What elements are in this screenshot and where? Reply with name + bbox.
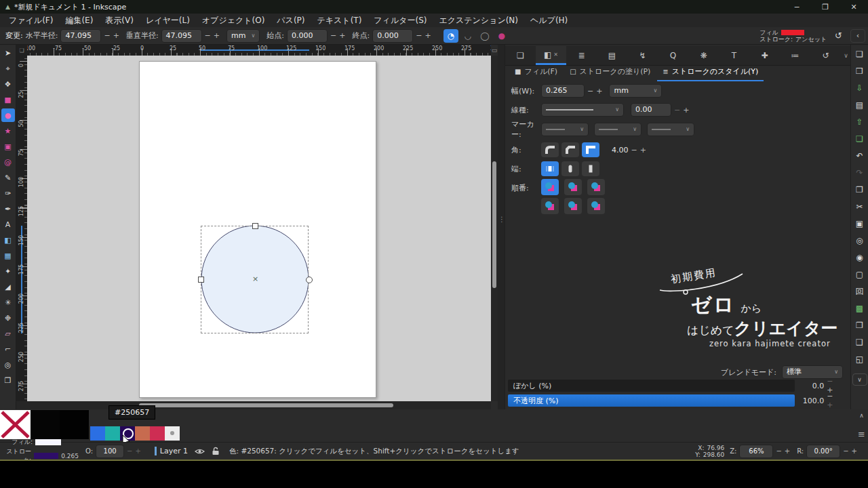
black-swatch[interactable] — [31, 410, 60, 439]
tab-find[interactable]: Q✕ — [658, 46, 688, 65]
paint-bucket-tool[interactable]: ◢ — [1, 280, 15, 293]
layer-select[interactable]: Layer 1 — [160, 447, 188, 455]
black-swatch[interactable] — [60, 410, 89, 439]
clone-button[interactable]: ❐ — [853, 319, 867, 332]
ry-minus-button[interactable]: − — [205, 31, 214, 40]
paint-order-3-button[interactable] — [587, 179, 605, 195]
miter-limit-input[interactable]: 4.00 — [612, 146, 629, 155]
end-plus-button[interactable]: + — [425, 31, 433, 40]
width-unit-select[interactable]: mm∨ — [609, 84, 662, 98]
arc-chord-button[interactable]: ◯ — [477, 29, 492, 43]
unit-select[interactable]: mm∨ — [226, 29, 260, 43]
duplicate-button[interactable]: ▩ — [853, 302, 867, 315]
undo-button[interactable]: ↶ — [853, 149, 867, 163]
rectangle-tool[interactable]: ■ — [1, 93, 15, 106]
dash-plus-button[interactable]: + — [683, 106, 692, 115]
menu-item[interactable]: オブジェクト(O) — [196, 14, 271, 27]
rotate-ccw-button[interactable]: − — [843, 447, 851, 455]
menu-item[interactable]: 編集(E) — [59, 14, 99, 27]
vertical-ruler[interactable]: 0255075100125150175200225250275 — [16, 56, 27, 401]
new-document-button[interactable]: ❏ — [853, 47, 867, 61]
palette-scroll-up-icon[interactable]: ∧ — [859, 412, 864, 419]
teal-swatch[interactable] — [105, 426, 120, 441]
tab-symbols[interactable]: ❋✕ — [688, 46, 719, 65]
zoom-selection-button[interactable]: ◎ — [853, 234, 867, 247]
paint-order-6-button[interactable] — [587, 198, 605, 214]
zoom-tool[interactable]: ◎ — [1, 358, 15, 371]
opacity-slider[interactable]: 不透明度 (%) — [508, 394, 795, 407]
opacity-inc-button[interactable]: + — [135, 447, 143, 455]
hscroll-thumb[interactable] — [139, 403, 393, 407]
tab-fill[interactable]: ■フィル(F) — [509, 64, 563, 81]
collapse-toolbar-button[interactable]: ‹ — [850, 29, 865, 43]
group-button[interactable]: ◱ — [853, 352, 867, 366]
menu-item[interactable]: エクステンション(N) — [433, 14, 524, 27]
end-minus-button[interactable]: − — [416, 31, 425, 40]
fill-color-chip[interactable] — [35, 439, 61, 445]
white-swatch[interactable] — [165, 426, 180, 441]
calligraphy-tool[interactable]: ✒ — [1, 202, 15, 216]
maximize-button[interactable]: ❐ — [811, 0, 840, 14]
opacity-value[interactable]: 100.0 — [795, 396, 824, 405]
dash-minus-button[interactable]: − — [674, 106, 683, 115]
layer-visibility-icon[interactable] — [195, 447, 205, 455]
dash-pattern-select[interactable]: ∨ — [541, 103, 624, 117]
menu-item[interactable]: パス(P) — [271, 14, 311, 27]
start-input[interactable]: 0.000 — [287, 29, 328, 43]
dock-overflow-button[interactable]: ∨ — [841, 46, 851, 65]
tab-stroke-style[interactable]: ≣ストロークのスタイル(Y) — [657, 64, 764, 81]
canvas[interactable]: × — [27, 56, 491, 401]
paint-order-5-button[interactable] — [564, 198, 582, 214]
make-whole-button[interactable]: ● — [494, 29, 509, 43]
blur-minus-button[interactable]: − — [827, 377, 835, 386]
zoom-input[interactable]: 66% — [739, 445, 773, 458]
node-tool[interactable]: ⌖ — [1, 62, 15, 75]
rotation-input[interactable]: 0.00° — [806, 445, 840, 458]
tab-stroke-paint[interactable]: □ストロークの塗り(P) — [564, 64, 656, 81]
vscroll-thumb[interactable] — [492, 161, 496, 288]
opacity-dec-button[interactable]: − — [127, 447, 135, 455]
print-button[interactable]: ▤ — [853, 98, 867, 112]
cap-butt-button[interactable] — [541, 161, 559, 176]
blur-value[interactable]: 0.0 — [795, 382, 824, 390]
import-button[interactable]: ⇩ — [853, 81, 867, 95]
zoom-out-button[interactable]: − — [776, 447, 784, 455]
join-round-button[interactable] — [541, 142, 559, 157]
ry-handle[interactable] — [252, 223, 258, 229]
tab-layers[interactable]: ≣✕ — [566, 46, 597, 65]
tab-objects[interactable]: ▤✕ — [597, 46, 627, 65]
tab-align[interactable]: ≔✕ — [780, 46, 810, 65]
miter-plus-button[interactable]: + — [640, 146, 649, 155]
tab-extensions[interactable]: ✚✕ — [749, 46, 780, 65]
dropper-tool[interactable]: ✦ — [1, 264, 15, 278]
close-button[interactable]: ✕ — [840, 0, 868, 14]
palette-menu-icon[interactable]: ≡ — [858, 429, 865, 439]
salmon-swatch[interactable] — [135, 426, 150, 441]
marker-start-select[interactable]: ∨ — [541, 123, 589, 136]
arc-open-button[interactable]: ◡ — [460, 29, 475, 43]
menu-item[interactable]: テキスト(T) — [311, 14, 368, 27]
rx-input[interactable]: 47.095 — [60, 29, 101, 43]
text-tool[interactable]: A — [1, 218, 15, 231]
mesh-gradient-tool[interactable]: ▦ — [1, 249, 15, 262]
width-plus-button[interactable]: + — [596, 87, 605, 96]
tab-fill-stroke[interactable]: ◧✕ — [536, 46, 566, 65]
rx-minus-button[interactable]: − — [104, 31, 113, 40]
cut-button[interactable]: ✂ — [853, 200, 867, 214]
stroke-color-chip[interactable] — [34, 453, 58, 459]
horizontal-scrollbar[interactable] — [16, 401, 491, 409]
marker-mid-select[interactable]: ∨ — [594, 123, 642, 136]
zoom-actual-button[interactable]: 回 — [853, 285, 867, 298]
opacity-plus-button[interactable]: + — [827, 401, 835, 409]
star-tool[interactable]: ★ — [1, 124, 15, 138]
paint-order-1-button[interactable] — [541, 179, 559, 195]
arc-handle[interactable] — [306, 277, 313, 283]
rotate-cw-button[interactable]: + — [852, 447, 860, 455]
opacity-minus-button[interactable]: − — [827, 392, 835, 401]
no-color-swatch[interactable] — [0, 410, 31, 439]
miter-minus-button[interactable]: − — [631, 146, 640, 155]
spray-tool[interactable]: ❉ — [1, 311, 15, 325]
stroke-width-input[interactable]: 0.265 — [541, 84, 585, 98]
pencil-tool[interactable]: ✎ — [1, 171, 15, 184]
tweak-tool[interactable]: ✳ — [1, 296, 15, 309]
